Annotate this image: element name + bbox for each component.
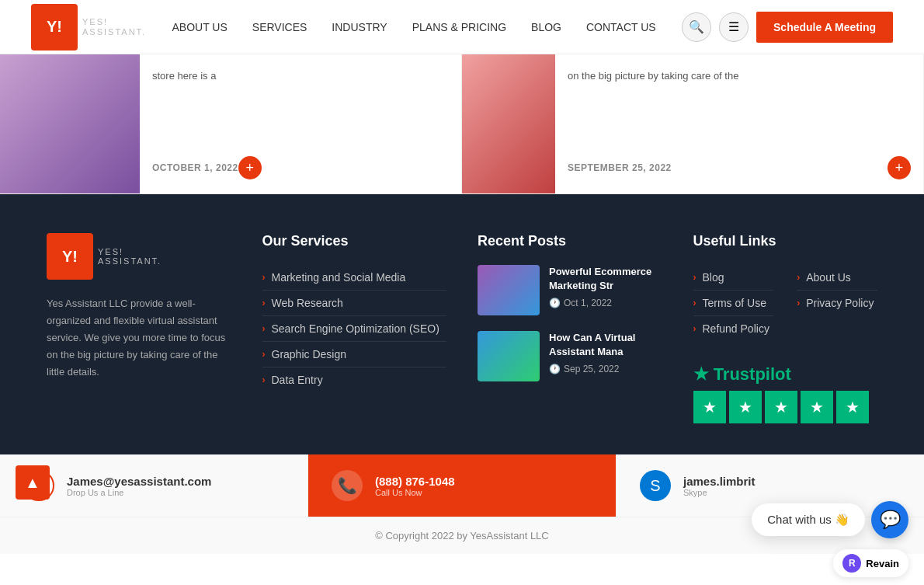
chevron-icon: › (262, 323, 266, 334)
star-5: ★ (836, 391, 869, 423)
useful-links-title: Useful Links (693, 233, 878, 249)
blog-card-2-footer: SEPTEMBER 25, 2022 + (568, 156, 911, 179)
contact-skype-value[interactable]: james.limbrit (683, 475, 756, 488)
post-thumb-1 (478, 265, 540, 315)
post-title-2[interactable]: How Can A Virtual Assistant Mana (549, 331, 662, 359)
useful-link-refund[interactable]: ›Refund Policy (693, 316, 774, 341)
post-date-2: 🕐 Sep 25, 2022 (549, 364, 662, 374)
navigation: Y! YES! ASSISTANT. ABOUT US SERVICES IND… (0, 0, 924, 54)
useful-links-grid: ›Blog ›Terms of Use ›Refund Policy ›Abou… (693, 265, 878, 341)
nav-actions: 🔍 ☰ Schedule A Meeting (682, 12, 893, 43)
post-date-1: 🕐 Oct 1, 2022 (549, 298, 662, 308)
nav-about[interactable]: ABOUT US (172, 21, 228, 33)
chat-bubble-text: Chat with us 👋 (767, 513, 849, 527)
useful-list-2: ›About Us ›Privacy Policy (797, 265, 877, 315)
footer-services: Our Services ›Marketing and Social Media… (262, 233, 447, 423)
chevron-icon: › (262, 374, 266, 385)
blog-card-2-image (462, 54, 555, 193)
star-1: ★ (693, 391, 726, 423)
chat-widget: Chat with us 👋 💬 (752, 501, 908, 538)
phone-icon: 📞 (332, 470, 363, 501)
contact-skype-label: Skype (683, 488, 756, 497)
useful-col-1: ›Blog ›Terms of Use ›Refund Policy (693, 265, 774, 341)
contact-email-value[interactable]: James@yesassistant.com (67, 475, 211, 488)
blog-card-2-content: on the big picture by taking care of the… (555, 54, 923, 193)
blog-card-2-date: SEPTEMBER 25, 2022 (568, 162, 672, 173)
contact-phone-info: (888) 876-1048 Call Us Now (375, 475, 455, 497)
star-3: ★ (765, 391, 797, 423)
clock-icon: 🕐 (549, 364, 561, 374)
scroll-top-button[interactable]: ▲ (16, 465, 50, 500)
footer-useful-links: Useful Links ›Blog ›Terms of Use ›Refund… (693, 233, 878, 423)
useful-link-blog[interactable]: ›Blog (693, 265, 774, 291)
blog-card-1-date: OCTOBER 1, 2022 (152, 162, 238, 173)
chat-bubble[interactable]: Chat with us 👋 (752, 503, 865, 536)
contact-phone-value[interactable]: (888) 876-1048 (375, 475, 455, 488)
post-title-1[interactable]: Powerful Ecommerce Marketing Str (549, 265, 662, 293)
footer-logo-icon: Y! (47, 233, 93, 280)
post-item-1: Powerful Ecommerce Marketing Str 🕐 Oct 1… (478, 265, 662, 315)
footer-logo-text: YES! ASSISTANT. (98, 247, 162, 266)
star-2: ★ (729, 391, 762, 423)
useful-link-about[interactable]: ›About Us (797, 265, 877, 291)
nav-pricing[interactable]: PLANS & PRICING (412, 21, 506, 33)
services-title: Our Services (262, 233, 447, 249)
post-thumb-2 (478, 331, 540, 381)
revain-widget[interactable]: R Revain (833, 549, 908, 554)
nav-menu: ABOUT US SERVICES INDUSTRY PLANS & PRICI… (172, 20, 656, 34)
chevron-icon: › (693, 298, 696, 308)
schedule-meeting-button[interactable]: Schedule A Meeting (756, 12, 893, 43)
blog-card-1: store here is a OCTOBER 1, 2022 + (0, 54, 462, 193)
chevron-icon: › (797, 298, 800, 308)
menu-button[interactable]: ☰ (719, 12, 749, 42)
blog-card-1-footer: OCTOBER 1, 2022 + (152, 156, 262, 179)
service-item-seo[interactable]: ›Search Engine Optimization (SEO) (262, 316, 447, 342)
chat-button[interactable]: 💬 (871, 501, 908, 538)
blog-card-2-plus[interactable]: + (888, 156, 911, 179)
chevron-icon: › (693, 272, 696, 283)
useful-list-1: ›Blog ›Terms of Use ›Refund Policy (693, 265, 774, 341)
blog-card-1-content: store here is a OCTOBER 1, 2022 + (140, 54, 274, 193)
logo-icon: Y! (31, 4, 78, 50)
service-list: ›Marketing and Social Media ›Web Researc… (262, 265, 447, 392)
service-item-web-research[interactable]: ›Web Research (262, 291, 447, 316)
search-button[interactable]: 🔍 (682, 12, 711, 42)
blog-strip: store here is a OCTOBER 1, 2022 + on the… (0, 54, 924, 194)
recent-posts-title: Recent Posts (478, 233, 662, 249)
chevron-icon: › (262, 349, 266, 360)
blog-card-1-text: store here is a (152, 68, 262, 84)
blog-card-1-image (0, 54, 140, 193)
contact-phone: 📞 (888) 876-1048 Call Us Now (308, 454, 617, 517)
nav-industry[interactable]: INDUSTRY (332, 21, 387, 33)
chevron-icon: › (262, 272, 266, 283)
post-info-1: Powerful Ecommerce Marketing Str 🕐 Oct 1… (549, 265, 662, 308)
trustpilot: ★ Trustpilot ★ ★ ★ ★ ★ (693, 364, 878, 423)
useful-link-privacy[interactable]: ›Privacy Policy (797, 291, 877, 315)
nav-contact[interactable]: CONTACT US (586, 21, 656, 33)
footer-description: Yes Assistant LLC provide a well-organiz… (47, 295, 231, 381)
contact-skype-info: james.limbrit Skype (683, 475, 756, 497)
service-item-data-entry[interactable]: ›Data Entry (262, 367, 447, 392)
chevron-icon: › (693, 323, 696, 334)
blog-card-1-plus[interactable]: + (238, 156, 262, 179)
footer-logo: Y! YES! ASSISTANT. (47, 233, 231, 280)
clock-icon: 🕐 (549, 298, 561, 308)
nav-blog[interactable]: BLOG (531, 21, 561, 33)
contact-email-info: James@yesassistant.com Drop Us a Line (67, 475, 211, 497)
service-item-marketing[interactable]: ›Marketing and Social Media (262, 265, 447, 291)
trustpilot-stars: ★ ★ ★ ★ ★ (693, 391, 878, 423)
star-4: ★ (801, 391, 833, 423)
useful-link-terms[interactable]: ›Terms of Use (693, 291, 774, 316)
nav-services[interactable]: SERVICES (252, 21, 307, 33)
useful-col-2: ›About Us ›Privacy Policy (797, 265, 877, 341)
recent-posts-list: Powerful Ecommerce Marketing Str 🕐 Oct 1… (478, 265, 662, 381)
contact-phone-label: Call Us Now (375, 488, 455, 497)
copyright-text: © Copyright 2022 by YesAssistant LLC (375, 530, 549, 541)
logo-text: YES! ASSISTANT. (82, 17, 146, 36)
blog-card-2-text: on the big picture by taking care of the (568, 68, 911, 84)
logo[interactable]: Y! YES! ASSISTANT. (31, 4, 146, 50)
chevron-icon: › (797, 272, 800, 283)
post-info-2: How Can A Virtual Assistant Mana 🕐 Sep 2… (549, 331, 662, 374)
service-item-graphic[interactable]: ›Graphic Design (262, 342, 447, 367)
trustpilot-logo: ★ Trustpilot (693, 364, 878, 385)
